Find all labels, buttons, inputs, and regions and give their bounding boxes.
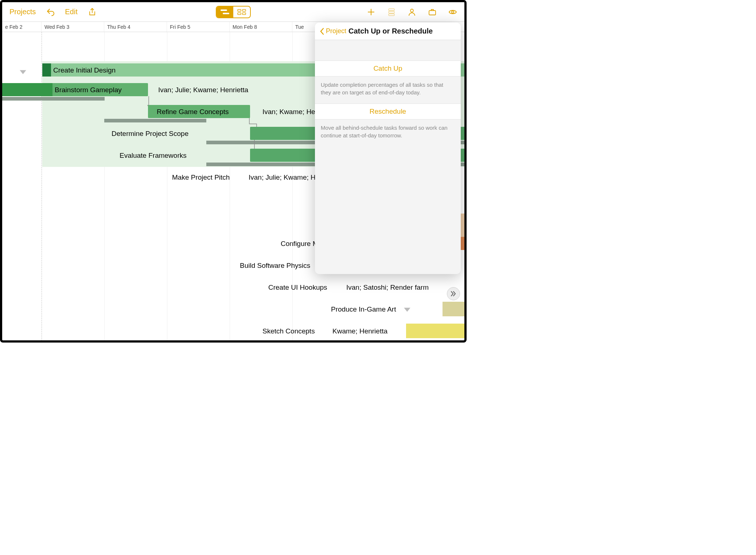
task-label: Create UI Hookups bbox=[268, 284, 327, 292]
person-icon bbox=[408, 8, 416, 16]
svg-rect-5 bbox=[242, 13, 246, 15]
popover-header: Project Catch Up or Reschedule bbox=[315, 23, 461, 40]
task-label: Produce In-Game Art bbox=[331, 305, 396, 313]
date-col: Wed Feb 3 bbox=[42, 22, 104, 32]
expand-sidebar-button[interactable] bbox=[447, 287, 460, 300]
assignee-label: Kwame; Henrietta bbox=[332, 327, 387, 335]
task-label: Sketch Concepts bbox=[262, 327, 315, 335]
svg-rect-0 bbox=[221, 9, 227, 11]
svg-rect-7 bbox=[389, 11, 394, 13]
edit-button[interactable]: Edit bbox=[65, 8, 77, 16]
stack-icon bbox=[387, 8, 396, 16]
disclosure-triangle[interactable] bbox=[19, 68, 27, 77]
assignee-label: Ivan; Julie; Kwame; H bbox=[249, 173, 316, 181]
popover-title: Catch Up or Reschedule bbox=[348, 27, 433, 35]
assignee-label: Ivan; Kwame; He bbox=[262, 108, 315, 116]
reschedule-description: Move all behind-schedule tasks forward s… bbox=[315, 120, 461, 146]
popover-back-button[interactable]: Project bbox=[319, 27, 346, 35]
plus-icon bbox=[367, 8, 375, 16]
date-col: Mon Feb 8 bbox=[230, 22, 292, 32]
task-label: Configure M bbox=[281, 240, 319, 248]
eye-icon bbox=[448, 8, 457, 16]
baseline-bar bbox=[104, 119, 206, 122]
task-label: Make Project Pitch bbox=[172, 173, 230, 181]
chevron-down-icon bbox=[19, 68, 27, 76]
catchup-popover: Project Catch Up or Reschedule Catch Up … bbox=[315, 23, 461, 274]
progress-fill bbox=[42, 63, 51, 77]
toolbar: Projects Edit bbox=[2, 2, 464, 22]
task-label: Brainstorm Gameplay bbox=[55, 86, 122, 94]
side-bar bbox=[443, 302, 464, 316]
catchup-description: Update completion percentages of all tas… bbox=[315, 77, 461, 103]
catchup-button[interactable]: Catch Up bbox=[315, 60, 461, 77]
view-gantt-button[interactable] bbox=[217, 7, 233, 17]
projects-button[interactable]: Projects bbox=[9, 8, 36, 16]
task-label: Determine Project Scope bbox=[112, 130, 188, 138]
undo-button[interactable] bbox=[46, 8, 55, 16]
task-label: Build Software Physics bbox=[240, 262, 310, 270]
svg-point-11 bbox=[452, 11, 454, 13]
baseline-bar bbox=[2, 97, 105, 101]
briefcase-button[interactable] bbox=[428, 8, 437, 16]
chevrons-right-icon bbox=[450, 290, 457, 297]
grid-view-icon bbox=[237, 8, 247, 16]
side-bar bbox=[406, 324, 464, 338]
briefcase-icon bbox=[428, 8, 437, 16]
task-label: Create Initial Design bbox=[53, 66, 116, 74]
date-col: Thu Feb 4 bbox=[104, 22, 167, 32]
share-icon bbox=[88, 8, 97, 16]
popover-back-label: Project bbox=[326, 27, 346, 35]
view-options-button[interactable] bbox=[448, 8, 457, 16]
disclosure-triangle[interactable] bbox=[403, 305, 411, 315]
view-grid-button[interactable] bbox=[233, 7, 250, 17]
date-col: Fri Feb 5 bbox=[167, 22, 230, 32]
task-label: Evaluate Frameworks bbox=[120, 152, 187, 160]
svg-rect-8 bbox=[389, 14, 394, 16]
view-segmented-control bbox=[216, 6, 251, 18]
task-label: Refine Game Concepts bbox=[157, 108, 229, 116]
svg-rect-2 bbox=[238, 9, 241, 11]
reschedule-button[interactable]: Reschedule bbox=[315, 103, 461, 120]
svg-rect-4 bbox=[238, 13, 241, 15]
assignee-label: Ivan; Satoshi; Render farm bbox=[346, 284, 429, 292]
svg-rect-6 bbox=[389, 9, 394, 11]
assignee-label: Ivan; Julie; Kwame; Henrietta bbox=[158, 86, 248, 94]
svg-point-9 bbox=[410, 9, 413, 12]
chevron-down-icon bbox=[403, 305, 411, 313]
date-col: e Feb 2 bbox=[2, 22, 42, 32]
progress-fill bbox=[2, 83, 52, 96]
add-button[interactable] bbox=[367, 8, 375, 16]
gantt-view-icon bbox=[220, 8, 230, 16]
svg-rect-10 bbox=[429, 11, 436, 15]
share-button[interactable] bbox=[88, 8, 97, 16]
svg-rect-3 bbox=[242, 9, 246, 11]
undo-icon bbox=[46, 8, 55, 16]
svg-rect-1 bbox=[223, 13, 229, 14]
group-button[interactable] bbox=[387, 8, 396, 16]
today-line bbox=[42, 32, 42, 341]
person-button[interactable] bbox=[408, 8, 416, 16]
chevron-left-icon bbox=[319, 28, 324, 35]
